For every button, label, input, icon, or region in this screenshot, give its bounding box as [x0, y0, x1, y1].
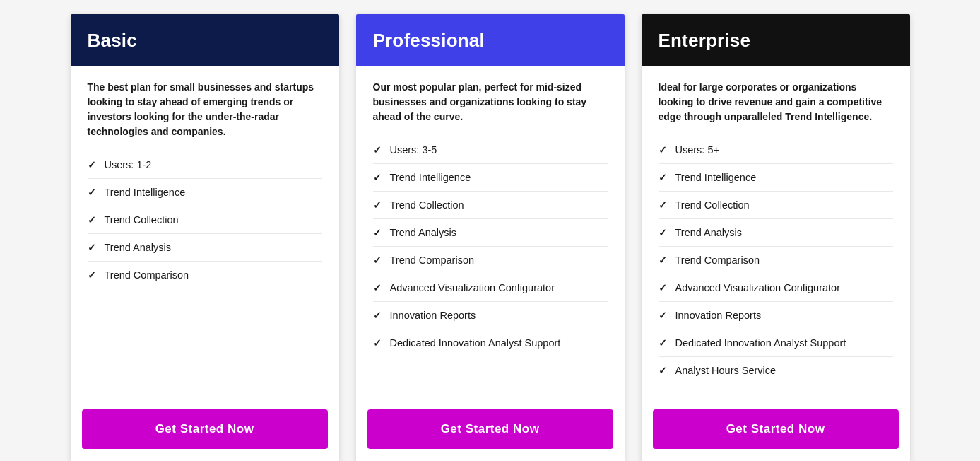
plan-description-basic: The best plan for small businesses and s… [88, 80, 322, 139]
feature-text: Trend Comparison [675, 255, 760, 266]
list-item: ✓Trend Collection [373, 192, 608, 219]
spacer [373, 356, 608, 384]
cta-button-enterprise[interactable]: Get Started Now [653, 409, 899, 449]
card-footer-professional: Get Started Now [356, 398, 625, 461]
feature-text: Dedicated Innovation Analyst Support [390, 337, 561, 349]
card-body-professional: Our most popular plan, perfect for mid-s… [356, 66, 625, 398]
card-header-professional: Professional [356, 14, 625, 66]
feature-text: Trend Comparison [105, 269, 189, 281]
check-icon: ✓ [373, 172, 382, 183]
features-list-basic: ✓Users: 1-2✓Trend Intelligence✓Trend Col… [88, 151, 322, 288]
check-icon: ✓ [659, 310, 667, 321]
feature-text: Trend Collection [390, 199, 464, 211]
feature-text: Users: 1-2 [105, 159, 152, 170]
feature-text: Trend Intelligence [390, 172, 471, 183]
check-icon: ✓ [373, 227, 382, 238]
feature-text: Users: 3-5 [390, 144, 437, 156]
check-icon: ✓ [373, 282, 382, 293]
feature-text: Trend Collection [675, 199, 750, 211]
feature-text: Trend Intelligence [675, 172, 757, 183]
list-item: ✓Dedicated Innovation Analyst Support [373, 329, 608, 356]
feature-text: Trend Analysis [105, 242, 172, 253]
list-item: ✓Innovation Reports [373, 302, 608, 329]
feature-text: Trend Analysis [675, 227, 743, 238]
list-item: ✓Users: 5+ [659, 136, 893, 164]
plan-title-enterprise: Enterprise [659, 30, 893, 52]
check-icon: ✓ [659, 172, 667, 183]
feature-text: Trend Intelligence [105, 187, 186, 198]
list-item: ✓Trend Intelligence [659, 164, 893, 192]
list-item: ✓Trend Collection [88, 206, 322, 234]
list-item: ✓Trend Intelligence [373, 164, 608, 192]
check-icon: ✓ [373, 337, 382, 349]
check-icon: ✓ [659, 365, 667, 376]
plan-description-professional: Our most popular plan, perfect for mid-s… [373, 80, 608, 124]
list-item: ✓Trend Analysis [373, 219, 608, 247]
cta-button-professional[interactable]: Get Started Now [367, 409, 613, 449]
card-footer-enterprise: Get Started Now [642, 398, 910, 461]
check-icon: ✓ [659, 144, 667, 156]
check-icon: ✓ [88, 159, 96, 170]
feature-text: Advanced Visualization Configurator [390, 282, 555, 293]
cta-button-basic[interactable]: Get Started Now [82, 409, 328, 449]
features-list-professional: ✓Users: 3-5✓Trend Intelligence✓Trend Col… [373, 136, 608, 356]
plan-title-basic: Basic [88, 30, 322, 52]
check-icon: ✓ [88, 214, 96, 226]
list-item: ✓Innovation Reports [659, 302, 893, 329]
feature-text: Trend Analysis [390, 227, 457, 238]
pricing-card-professional: ProfessionalOur most popular plan, perfe… [356, 14, 625, 461]
check-icon: ✓ [659, 199, 667, 211]
check-icon: ✓ [88, 269, 96, 281]
feature-text: Trend Collection [105, 214, 179, 226]
list-item: ✓Users: 1-2 [88, 151, 322, 179]
check-icon: ✓ [659, 282, 667, 293]
plan-description-enterprise: Ideal for large corporates or organizati… [659, 80, 893, 124]
check-icon: ✓ [659, 255, 667, 266]
check-icon: ✓ [373, 310, 382, 321]
list-item: ✓Trend Analysis [659, 219, 893, 247]
feature-text: Users: 5+ [675, 144, 719, 156]
list-item: ✓Trend Comparison [88, 262, 322, 288]
list-item: ✓Trend Intelligence [88, 179, 322, 206]
check-icon: ✓ [659, 227, 667, 238]
list-item: ✓Analyst Hours Service [659, 357, 893, 384]
list-item: ✓Advanced Visualization Configurator [659, 274, 893, 302]
check-icon: ✓ [659, 337, 667, 349]
feature-text: Innovation Reports [390, 310, 476, 321]
card-footer-basic: Get Started Now [71, 398, 339, 461]
card-header-basic: Basic [71, 14, 339, 66]
pricing-container: BasicThe best plan for small businesses … [14, 14, 966, 461]
pricing-card-basic: BasicThe best plan for small businesses … [71, 14, 339, 461]
list-item: ✓Dedicated Innovation Analyst Support [659, 329, 893, 357]
spacer [88, 288, 322, 384]
features-list-enterprise: ✓Users: 5+✓Trend Intelligence✓Trend Coll… [659, 136, 893, 384]
list-item: ✓Trend Analysis [88, 234, 322, 262]
card-body-basic: The best plan for small businesses and s… [71, 66, 339, 398]
list-item: ✓Advanced Visualization Configurator [373, 274, 608, 302]
card-header-enterprise: Enterprise [642, 14, 910, 66]
check-icon: ✓ [373, 255, 382, 266]
list-item: ✓Users: 3-5 [373, 136, 608, 164]
feature-text: Analyst Hours Service [675, 365, 777, 376]
list-item: ✓Trend Collection [659, 192, 893, 219]
feature-text: Advanced Visualization Configurator [675, 282, 841, 293]
check-icon: ✓ [373, 144, 382, 156]
card-body-enterprise: Ideal for large corporates or organizati… [642, 66, 910, 398]
feature-text: Dedicated Innovation Analyst Support [675, 337, 846, 349]
plan-title-professional: Professional [373, 30, 608, 52]
check-icon: ✓ [88, 187, 96, 198]
feature-text: Innovation Reports [675, 310, 762, 321]
pricing-card-enterprise: EnterpriseIdeal for large corporates or … [642, 14, 910, 461]
check-icon: ✓ [373, 199, 382, 211]
feature-text: Trend Comparison [390, 255, 475, 266]
list-item: ✓Trend Comparison [373, 247, 608, 274]
list-item: ✓Trend Comparison [659, 247, 893, 274]
check-icon: ✓ [88, 242, 96, 253]
